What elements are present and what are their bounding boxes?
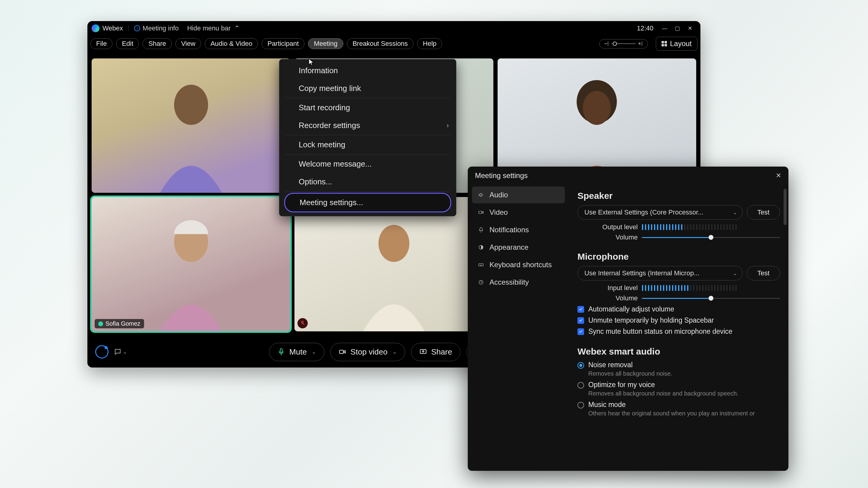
menubar-item-audio-video[interactable]: Audio & Video	[205, 38, 258, 49]
window-minimize-button[interactable]: —	[658, 24, 671, 33]
share-button[interactable]: Share	[411, 343, 460, 361]
menu-item-recorder-settings[interactable]: Recorder settings›	[279, 117, 456, 134]
mute-button[interactable]: Mute ⌄	[269, 343, 324, 361]
smart-audio-option-2[interactable]: Music modeOthers hear the original sound…	[578, 401, 780, 417]
person-icon	[131, 208, 251, 331]
menu-item-lock-meeting[interactable]: Lock meeting	[279, 136, 456, 154]
speaker-section-title: Speaker	[578, 191, 780, 201]
titlebar: Webex i Meeting info Hide menu bar ⌃ 12:…	[87, 21, 701, 36]
notifications-icon	[477, 226, 485, 233]
mic-check-1[interactable]: Unmute temporarily by holding Spacebar	[578, 316, 780, 324]
speaker-select[interactable]: Use External Settings (Core Processor...…	[578, 205, 743, 220]
svg-point-0	[174, 85, 208, 125]
smart-audio-title: Webex smart audio	[578, 347, 780, 357]
meeting-settings-dialog: Meeting settings ✕ AudioVideoNotificatio…	[468, 167, 788, 471]
speaker-volume-slider[interactable]	[642, 234, 780, 241]
menu-separator	[285, 98, 450, 98]
person-icon	[131, 69, 251, 193]
chevron-down-icon[interactable]: ⌄	[393, 349, 397, 355]
chevron-down-icon[interactable]: ⌄	[312, 349, 316, 355]
mic-check-0[interactable]: Automatically adjust volume	[578, 305, 780, 313]
mic-volume-label: Volume	[578, 294, 638, 302]
svg-rect-7	[339, 350, 343, 354]
info-icon[interactable]: i	[134, 25, 140, 31]
settings-nav-audio[interactable]: Audio	[472, 187, 565, 203]
zoom-out-icon[interactable]: −⃝	[602, 41, 612, 47]
close-icon[interactable]: ✕	[776, 172, 781, 180]
svg-point-3	[583, 91, 611, 125]
app-brand: Webex	[92, 24, 123, 32]
radio-icon	[578, 382, 584, 389]
menubar-item-breakout-sessions[interactable]: Breakout Sessions	[347, 38, 413, 49]
participant-tile[interactable]	[92, 59, 290, 193]
menubar-item-share[interactable]: Share	[143, 38, 172, 49]
chat-button[interactable]: ⌄	[114, 345, 127, 358]
window-close-button[interactable]: ✕	[684, 24, 696, 33]
radio-selected-icon	[578, 362, 584, 369]
zoom-control[interactable]: −⃝ +⃝	[599, 39, 648, 48]
speaker-test-button[interactable]: Test	[747, 205, 780, 220]
stop-video-label: Stop video	[350, 347, 388, 357]
menubar-item-participant[interactable]: Participant	[261, 38, 304, 49]
mic-select[interactable]: Use Internal Settings (Internal Microp..…	[578, 266, 743, 281]
chevron-down-icon: ⌄	[733, 270, 737, 276]
checkbox-checked-icon	[578, 328, 584, 335]
settings-nav-accessibility[interactable]: Accessibility	[472, 274, 565, 291]
menu-item-options[interactable]: Options...	[279, 173, 456, 191]
settings-panel-audio: Speaker Use External Settings (Core Proc…	[569, 185, 788, 471]
menu-item-copy-meeting-link[interactable]: Copy meeting link	[279, 79, 456, 97]
smart-audio-option-0[interactable]: Noise removalRemoves all background nois…	[578, 361, 780, 377]
menubar-item-view[interactable]: View	[176, 38, 201, 49]
svg-rect-9	[479, 211, 482, 214]
participant-tile-self[interactable]: Sofia Gomez	[92, 197, 290, 331]
window-maximize-button[interactable]: ▢	[671, 24, 684, 33]
hide-menu-bar-toggle[interactable]: Hide menu bar ⌃	[187, 24, 240, 32]
smart-audio-option-1[interactable]: Optimize for my voiceRemoves all backgro…	[578, 381, 780, 397]
settings-nav-video[interactable]: Video	[472, 204, 565, 221]
menu-item-start-recording[interactable]: Start recording	[279, 99, 456, 117]
stop-video-button[interactable]: Stop video ⌄	[330, 343, 405, 361]
menu-separator	[285, 135, 450, 135]
menubar-item-file[interactable]: File	[90, 38, 113, 49]
dialog-title: Meeting settings	[475, 171, 528, 180]
settings-nav-notifications[interactable]: Notifications	[472, 221, 565, 238]
zoom-slider[interactable]	[612, 41, 636, 46]
self-name-tag: Sofia Gomez	[95, 319, 144, 328]
participant-tile[interactable]	[294, 197, 493, 331]
menubar-item-help[interactable]: Help	[417, 38, 442, 49]
mic-active-icon	[98, 321, 103, 326]
chevron-right-icon: ›	[447, 122, 449, 130]
audio-icon	[477, 191, 485, 198]
speaker-select-label: Use External Settings (Core Processor...	[584, 208, 704, 216]
settings-nav-keyboard-shortcuts[interactable]: Keyboard shortcuts	[472, 256, 565, 273]
microphone-icon	[277, 348, 285, 356]
accessibility-icon	[477, 279, 485, 286]
output-level-label: Output level	[578, 223, 638, 231]
speaker-volume-label: Volume	[578, 233, 638, 241]
settings-nav-appearance[interactable]: Appearance	[472, 239, 565, 256]
menu-separator	[285, 154, 450, 155]
checkbox-checked-icon	[578, 317, 584, 324]
reactions-button[interactable]	[95, 345, 108, 358]
menu-item-information[interactable]: Information	[279, 62, 456, 79]
scrollbar[interactable]	[784, 189, 786, 225]
self-name-label: Sofia Gomez	[105, 320, 141, 327]
input-level-label: Input level	[578, 284, 638, 292]
mic-check-2[interactable]: Sync mute button status on microphone de…	[578, 327, 780, 335]
meeting-info-link[interactable]: Meeting info	[143, 24, 179, 32]
menu-item-meeting-settings[interactable]: Meeting settings...	[284, 193, 451, 213]
menu-item-welcome-message[interactable]: Welcome message...	[279, 155, 456, 173]
chevron-up-icon: ⌃	[234, 24, 240, 32]
titlebar-divider	[128, 25, 129, 31]
chevron-down-icon: ⌄	[733, 210, 737, 216]
dialog-header: Meeting settings ✕	[468, 167, 788, 185]
menubar-item-meeting[interactable]: Meeting	[308, 38, 343, 49]
mic-test-button[interactable]: Test	[747, 266, 780, 281]
grid-layout-icon	[661, 41, 667, 46]
mic-volume-slider[interactable]	[642, 295, 780, 301]
menubar-item-edit[interactable]: Edit	[116, 38, 139, 49]
zoom-in-icon[interactable]: +⃝	[636, 41, 645, 47]
mic-input-meter	[642, 285, 780, 291]
keyboard-shortcuts-icon	[477, 261, 485, 268]
layout-button[interactable]: Layout	[656, 37, 698, 51]
